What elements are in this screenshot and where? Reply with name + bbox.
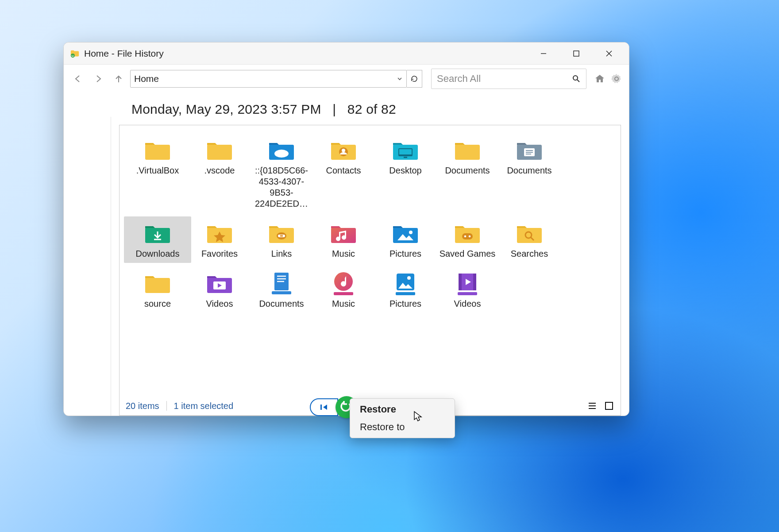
svg-rect-2	[574, 51, 579, 56]
view-large-icons-button[interactable]	[604, 401, 614, 411]
view-details-button[interactable]	[587, 401, 598, 411]
file-item[interactable]: Saved Games	[434, 216, 501, 263]
svg-rect-61	[605, 402, 613, 409]
svg-point-37	[469, 235, 471, 238]
file-item[interactable]: Downloads	[124, 216, 191, 263]
status-selection: 1 item selected	[174, 401, 234, 411]
file-pane: .VirtualBox .vscode ::{018D5C66-4533-430…	[119, 125, 621, 416]
file-item[interactable]: Music	[310, 216, 377, 263]
file-item-label: Videos	[454, 298, 481, 309]
svg-rect-50	[334, 292, 353, 295]
file-item[interactable]: Pictures	[372, 216, 439, 263]
folder-yellow-icon	[451, 138, 483, 162]
search-placeholder: Search All	[437, 73, 481, 85]
file-item[interactable]: Desktop	[372, 133, 439, 213]
file-item[interactable]: Favorites	[186, 216, 253, 263]
file-item-label: Music	[332, 248, 355, 259]
folder-yellow-icon	[142, 271, 174, 296]
file-item[interactable]: Searches	[496, 216, 563, 263]
home-button[interactable]	[593, 72, 607, 86]
svg-rect-18	[455, 145, 480, 160]
svg-rect-30	[280, 235, 283, 237]
minimize-button[interactable]	[527, 42, 560, 64]
lib-pictures-icon	[390, 271, 421, 296]
folder-contacts-icon	[328, 138, 359, 162]
svg-point-52	[407, 276, 411, 280]
svg-rect-41	[145, 278, 170, 293]
refresh-button[interactable]	[407, 70, 422, 88]
file-item-label: Contacts	[326, 165, 361, 176]
search-box[interactable]: Search All	[431, 69, 586, 89]
tree-pane[interactable]	[64, 117, 111, 416]
svg-point-33	[409, 231, 413, 234]
file-item[interactable]: Pictures	[372, 266, 439, 313]
library-documents-icon	[513, 138, 545, 162]
lib-videos-icon	[451, 271, 483, 296]
file-item[interactable]: Documents	[434, 133, 501, 213]
file-item[interactable]: Videos	[434, 266, 501, 313]
file-item[interactable]: .vscode	[186, 133, 253, 213]
svg-rect-53	[396, 292, 415, 295]
folder-desktop-icon	[390, 138, 421, 162]
settings-button[interactable]	[609, 72, 624, 86]
svg-rect-32	[393, 228, 418, 243]
status-item-count: 20 items	[126, 401, 159, 411]
folder-pictures-icon	[390, 221, 421, 246]
file-item[interactable]: source	[124, 266, 191, 313]
folder-savedgames-icon	[451, 221, 483, 246]
file-item[interactable]: Videos	[186, 266, 253, 313]
file-item-label: ::{018D5C66-4533-4307-9B53-224DE2ED…	[253, 165, 310, 209]
file-history-window: Home - File History Home Search All	[63, 42, 629, 416]
file-item[interactable]: Documents	[496, 133, 563, 213]
file-item-label: Documents	[507, 165, 551, 176]
file-item[interactable]: ::{018D5C66-4533-4307-9B53-224DE2ED…	[248, 133, 315, 213]
context-menu-restore[interactable]: Restore	[350, 401, 455, 418]
lib-doc-blue-icon	[266, 271, 297, 296]
nav-up-button[interactable]	[110, 70, 127, 88]
maximize-button[interactable]	[560, 42, 593, 64]
file-item[interactable]: Links	[248, 216, 315, 263]
folder-yellow-icon	[142, 138, 174, 162]
svg-rect-48	[272, 291, 291, 294]
address-dropdown-icon[interactable]	[397, 76, 403, 82]
file-grid[interactable]: .VirtualBox .vscode ::{018D5C66-4533-430…	[120, 125, 621, 397]
window-controls	[527, 42, 625, 64]
file-item-label: Desktop	[389, 165, 421, 176]
svg-point-5	[573, 76, 578, 80]
file-item[interactable]: Contacts	[310, 133, 377, 213]
file-item-label: Favorites	[201, 248, 238, 259]
titlebar[interactable]: Home - File History	[64, 42, 629, 65]
file-item-label: Saved Games	[440, 248, 496, 259]
svg-rect-56	[473, 274, 476, 290]
file-item-label: Downloads	[136, 248, 180, 259]
svg-rect-16	[399, 149, 412, 154]
close-button[interactable]	[593, 42, 625, 64]
file-item-label: Searches	[511, 248, 548, 259]
window-title: Home - File History	[84, 48, 164, 59]
file-item[interactable]: Documents	[248, 266, 315, 313]
context-menu-restore-to[interactable]: Restore to	[350, 418, 455, 436]
file-item-label: .vscode	[204, 165, 235, 176]
folder-favorites-icon	[204, 221, 235, 246]
svg-rect-38	[517, 228, 542, 243]
folder-downloads-icon	[142, 221, 174, 246]
svg-rect-17	[404, 157, 407, 158]
file-item[interactable]: Music	[310, 266, 377, 313]
address-bar[interactable]: Home	[130, 70, 407, 88]
file-item-label: source	[144, 298, 171, 309]
svg-point-13	[342, 149, 345, 152]
nav-forward-button[interactable]	[89, 70, 107, 88]
desktop-background: Home - File History Home Search All	[0, 0, 779, 532]
folder-searches-icon	[513, 221, 545, 246]
nav-back-button[interactable]	[69, 70, 87, 88]
app-icon	[70, 49, 80, 58]
context-menu: Restore Restore to	[350, 398, 455, 438]
previous-version-button[interactable]	[310, 398, 338, 416]
folder-videos-icon	[204, 271, 235, 296]
svg-point-36	[464, 235, 467, 238]
folder-music-icon	[328, 221, 359, 246]
file-item-label: Links	[271, 248, 292, 259]
folder-onedrive-icon	[266, 138, 297, 162]
file-item[interactable]: .VirtualBox	[124, 133, 191, 213]
svg-rect-55	[459, 274, 462, 290]
